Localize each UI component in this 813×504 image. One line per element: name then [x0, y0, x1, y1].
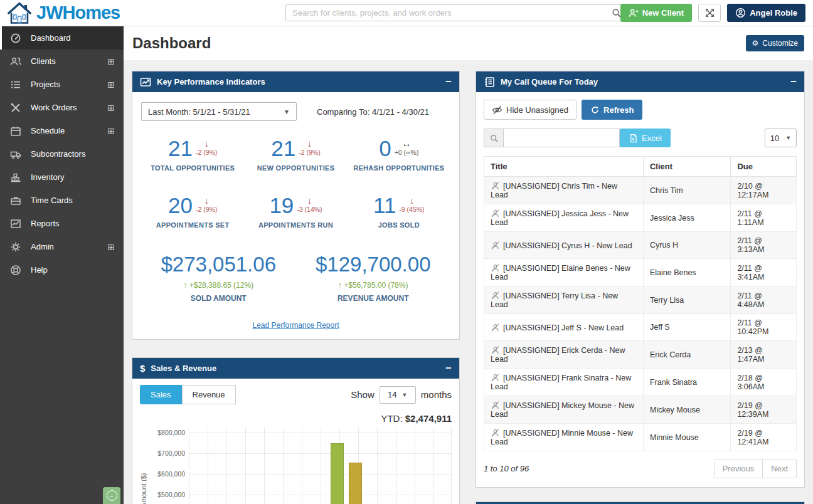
- pagination-count: 1 to 10 of 96: [484, 464, 529, 473]
- chart-y-ticks: $800,000 $700,000 $600,000 $500,000 $400…: [150, 428, 189, 504]
- queue-item-title: [UNASSIGNED] Jessica Jess - New Lead: [491, 209, 629, 227]
- sidebar-item-work-orders[interactable]: Work Orders ⊞: [0, 96, 124, 119]
- queue-item-title: [UNASSIGNED] Mickey Mouse - New Lead: [491, 401, 634, 419]
- eye-slash-icon: [492, 105, 502, 115]
- months-value: 14: [388, 390, 396, 399]
- collapse-panel-icon[interactable]: −: [445, 76, 452, 87]
- search-input[interactable]: [285, 4, 627, 21]
- table-row[interactable]: [UNASSIGNED] Frank Sinatra - New LeadFra…: [484, 369, 797, 396]
- metric-change: -3 (14%): [297, 206, 322, 213]
- column-header-client[interactable]: Client: [643, 157, 730, 177]
- expand-arrows-icon: [704, 8, 715, 18]
- column-header-title[interactable]: Title: [484, 157, 644, 177]
- customize-label: Customize: [762, 39, 798, 48]
- sidebar-item-schedule[interactable]: Schedule ⊞: [0, 119, 124, 142]
- new-client-button[interactable]: New Client: [620, 4, 692, 22]
- unassigned-user-icon: [491, 428, 500, 438]
- table-row[interactable]: [UNASSIGNED] Elaine Benes - New LeadElai…: [484, 259, 797, 286]
- queue-item-client: Mickey Mouse: [643, 396, 730, 424]
- table-row[interactable]: [UNASSIGNED] Jeff S - New LeadJeff S2/11…: [484, 314, 797, 341]
- arrow-down-icon: ↓: [410, 196, 415, 205]
- user-circle-icon: [735, 8, 746, 18]
- projects-icon: [10, 79, 23, 90]
- queue-item-client: Jeff S: [643, 314, 730, 341]
- table-row[interactable]: [UNASSIGNED] Erick Cerda - New LeadErick…: [484, 341, 797, 369]
- months-select[interactable]: 14 ▼: [380, 386, 416, 404]
- sidebar-item-help[interactable]: Help: [0, 258, 124, 281]
- sidebar-item-inventory[interactable]: Inventory: [0, 165, 124, 189]
- fullscreen-toggle-button[interactable]: [698, 4, 721, 22]
- expand-plus-icon[interactable]: ⊞: [107, 242, 115, 252]
- metric-label: TOTAL OPPORTUNITIES: [151, 164, 235, 172]
- queue-item-due: 2/11 @ 4:48AM: [731, 286, 797, 314]
- sidebar-item-reports[interactable]: Reports: [0, 212, 124, 235]
- table-row[interactable]: [UNASSIGNED] Jessica Jess - New LeadJess…: [484, 204, 797, 232]
- sidebar-item-label: Inventory: [31, 172, 64, 182]
- refresh-button[interactable]: Refresh: [582, 100, 642, 120]
- main-content: Dashboard ⚙ Customize Key Performance In…: [124, 26, 813, 504]
- money-change: ↑ +$56,785.00 (78%): [316, 281, 431, 290]
- export-excel-button[interactable]: Excel: [620, 129, 671, 147]
- queue-item-client: Terry Lisa: [643, 286, 730, 314]
- customize-button[interactable]: ⚙ Customize: [746, 35, 804, 51]
- queue-item-client: Erick Cerda: [643, 341, 730, 369]
- table-row[interactable]: [UNASSIGNED] Terry Lisa - New LeadTerry …: [484, 286, 797, 314]
- new-client-label: New Client: [642, 8, 684, 18]
- months-label: months: [421, 389, 452, 400]
- expand-plus-icon[interactable]: ⊞: [107, 80, 115, 90]
- lead-performance-report-link[interactable]: Lead Performance Report: [252, 321, 339, 330]
- table-row[interactable]: [UNASSIGNED] Mickey Mouse - New LeadMick…: [484, 396, 797, 424]
- call-queue-table: Title Client Due [UNASSIGNED] Chris Tim …: [484, 156, 797, 451]
- queue-item-due: 2/11 @ 10:42PM: [731, 314, 797, 341]
- money-label: SOLD AMOUNT: [161, 294, 276, 303]
- sidebar-item-admin[interactable]: Admin ⊞: [0, 235, 124, 258]
- collapse-panel-icon[interactable]: −: [790, 76, 797, 87]
- sidebar-item-projects[interactable]: Projects ⊞: [0, 73, 124, 96]
- unassigned-user-icon: [491, 323, 500, 332]
- logo-text: JWHomes: [36, 3, 120, 23]
- metric-value: 21: [168, 137, 193, 159]
- call-queue-search-input[interactable]: [504, 129, 620, 147]
- sidebar-item-dashboard[interactable]: Dashboard: [0, 26, 124, 50]
- clients-icon: [10, 56, 23, 67]
- app-logo[interactable]: JWHomes: [6, 1, 120, 25]
- column-header-due[interactable]: Due: [731, 157, 797, 177]
- ytd-total: YTD: $2,474,911: [140, 413, 452, 424]
- sidebar-item-subcontractors[interactable]: Subcontractors: [0, 142, 124, 165]
- kpi-revenue-amount: $129,700.00 ↑ +$56,785.00 (78%) REVENUE …: [316, 254, 431, 303]
- unassigned-user-icon: [491, 345, 500, 355]
- arrow-down-icon: ↓: [204, 196, 209, 205]
- sidebar-item-label: Work Orders: [31, 103, 77, 112]
- sidebar-item-label: Subcontractors: [31, 149, 85, 159]
- table-row[interactable]: [UNASSIGNED] Minnie Mouse - New LeadMinn…: [484, 424, 797, 451]
- hide-unassigned-button[interactable]: Hide Unassigned: [484, 100, 577, 120]
- briefcase-icon: [10, 195, 23, 206]
- expand-plus-icon[interactable]: ⊞: [107, 56, 115, 66]
- sidebar-item-label: Schedule: [31, 126, 65, 135]
- sidebar-item-time-cards[interactable]: Time Cards: [0, 189, 124, 212]
- kpi-comparing-text: Comparing To: 4/1/21 - 4/30/21: [317, 107, 429, 117]
- kpi-metric: 21 ↓-2 (9%) TOTAL OPPORTUNITIES: [151, 137, 235, 172]
- user-menu-button[interactable]: Angel Roble: [727, 4, 805, 22]
- table-row[interactable]: [UNASSIGNED] Cyrus H - New LeadCyrus H2/…: [484, 232, 797, 259]
- collapse-panel-icon[interactable]: −: [445, 363, 452, 374]
- kpi-date-range-select[interactable]: Last Month: 5/1/21 - 5/31/21 ▼: [141, 102, 297, 121]
- expand-plus-icon[interactable]: ⊞: [107, 126, 115, 136]
- next-page-button[interactable]: Next: [763, 459, 797, 478]
- table-row[interactable]: [UNASSIGNED] Chris Tim - New LeadChris T…: [484, 177, 797, 204]
- queue-item-title: [UNASSIGNED] Cyrus H - New Lead: [503, 241, 632, 250]
- gear-icon: [10, 241, 23, 253]
- queue-item-client: Elaine Benes: [643, 259, 730, 286]
- tab-sales[interactable]: Sales: [140, 385, 182, 404]
- queue-item-client: Cyrus H: [643, 232, 730, 259]
- page-size-select[interactable]: 10 ▼: [765, 129, 797, 147]
- previous-page-button[interactable]: Previous: [714, 459, 763, 478]
- unassigned-user-icon: [491, 181, 500, 191]
- house-logo-icon: [6, 1, 33, 25]
- sidebar-collapse-button[interactable]: ←: [103, 487, 120, 504]
- money-change: ↑ +$28,388.65 (12%): [161, 281, 276, 290]
- queue-item-client: Frank Sinatra: [643, 369, 730, 396]
- sidebar-item-clients[interactable]: Clients ⊞: [0, 50, 124, 73]
- tab-revenue[interactable]: Revenue: [182, 385, 236, 404]
- expand-plus-icon[interactable]: ⊞: [107, 103, 115, 113]
